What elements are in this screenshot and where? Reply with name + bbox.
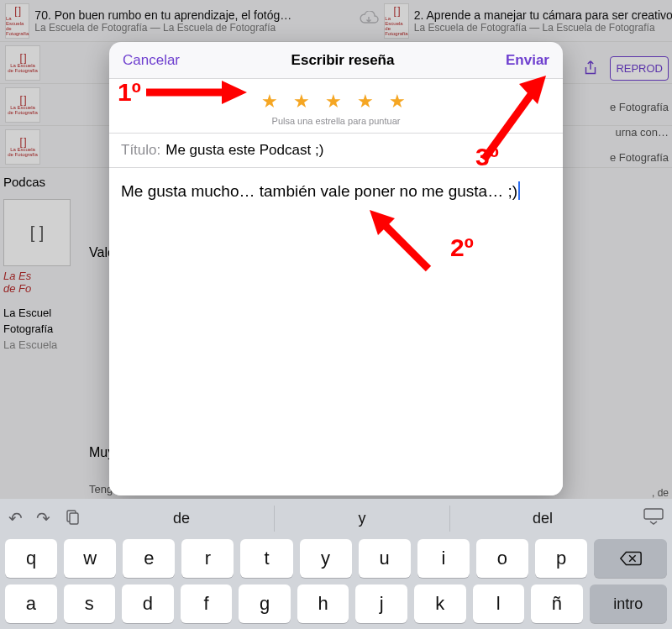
key-enter[interactable]: intro: [590, 584, 667, 623]
key-e[interactable]: e: [123, 539, 175, 578]
rating-area: ★ ★ ★ ★ ★ Pulsa una estrella para puntua…: [109, 79, 563, 133]
suggestion[interactable]: de: [94, 506, 269, 532]
title-label: Título:: [121, 142, 160, 159]
key-j[interactable]: j: [355, 584, 407, 623]
key-g[interactable]: g: [239, 584, 291, 623]
keyboard-toolbar: ↶ ↷ de y del: [5, 504, 667, 532]
key-k[interactable]: k: [414, 584, 466, 623]
suggestion-bar: de y del: [94, 506, 630, 532]
key-backspace[interactable]: [594, 539, 667, 578]
key-d[interactable]: d: [122, 584, 174, 623]
key-u[interactable]: u: [359, 539, 411, 578]
key-o[interactable]: o: [476, 539, 528, 578]
svg-rect-7: [70, 513, 78, 524]
keyboard-row-1: q w e r t y u i o p: [5, 539, 667, 578]
key-y[interactable]: y: [300, 539, 352, 578]
key-s[interactable]: s: [64, 584, 116, 623]
cancel-button[interactable]: Cancelar: [123, 52, 180, 69]
key-t[interactable]: t: [240, 539, 292, 578]
keyboard: ↶ ↷ de y del q w e r t y u i o p a s d f…: [0, 499, 672, 629]
key-l[interactable]: l: [473, 584, 525, 623]
key-i[interactable]: i: [417, 539, 470, 578]
send-button[interactable]: Enviar: [506, 52, 549, 69]
redo-icon[interactable]: ↷: [36, 508, 50, 528]
keyboard-row-2: a s d f g h j k l ñ intro: [5, 584, 667, 623]
hide-keyboard-icon[interactable]: [643, 508, 664, 529]
text-cursor: [518, 181, 520, 200]
rating-hint: Pulsa una estrella para puntuar: [109, 116, 563, 126]
write-review-modal: Cancelar Escribir reseña Enviar ★ ★ ★ ★ …: [109, 42, 563, 495]
modal-header: Cancelar Escribir reseña Enviar: [109, 42, 563, 79]
key-r[interactable]: r: [181, 539, 234, 578]
key-h[interactable]: h: [297, 584, 349, 623]
svg-rect-8: [644, 509, 663, 519]
review-body-text: Me gusta mucho… también vale poner no me…: [121, 182, 517, 200]
key-q[interactable]: q: [5, 539, 57, 578]
suggestion[interactable]: y: [274, 506, 450, 532]
undo-icon[interactable]: ↶: [8, 508, 23, 528]
review-title-row: Título:: [109, 133, 563, 168]
key-a[interactable]: a: [5, 584, 57, 623]
star-rating[interactable]: ★ ★ ★ ★ ★: [109, 91, 563, 113]
key-enye[interactable]: ñ: [531, 584, 583, 623]
clipboard-icon[interactable]: [64, 508, 81, 529]
title-input[interactable]: [165, 142, 551, 159]
suggestion[interactable]: del: [455, 506, 630, 532]
key-w[interactable]: w: [64, 539, 116, 578]
key-p[interactable]: p: [535, 539, 587, 578]
key-f[interactable]: f: [181, 584, 233, 623]
review-body[interactable]: Me gusta mucho… también vale poner no me…: [109, 168, 563, 495]
modal-title: Escribir reseña: [291, 52, 395, 69]
